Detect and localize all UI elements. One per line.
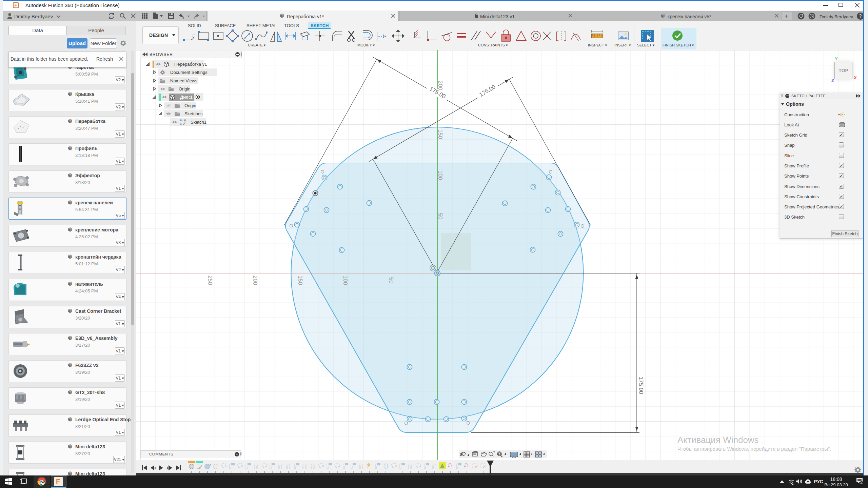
svg-text:100: 100 [342,276,349,285]
svg-text:50: 50 [437,213,443,220]
svg-text:175.00: 175.00 [638,377,644,394]
svg-text:250: 250 [207,276,213,285]
svg-text:50: 50 [388,277,394,284]
svg-text:100: 100 [437,170,443,180]
svg-text:150: 150 [437,129,443,139]
svg-text:150: 150 [297,276,303,285]
svg-text:200: 200 [252,276,258,285]
svg-text:1: 1 [861,481,862,484]
